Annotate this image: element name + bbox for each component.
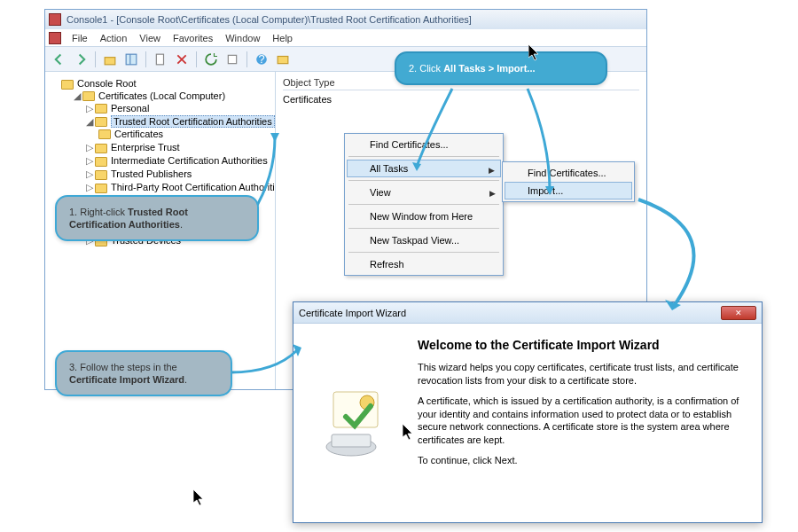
- menubar: File Action View Favorites Window Help: [45, 29, 646, 47]
- menu-view[interactable]: View: [134, 31, 166, 45]
- callout-step2: 2. Click All Tasks > Import...: [395, 51, 607, 85]
- menu-window[interactable]: Window: [220, 31, 265, 45]
- folder-icon: [95, 170, 107, 180]
- ctx-new-window[interactable]: New Window from Here: [347, 207, 501, 225]
- window-title: Console1 - [Console Root\Certificates (L…: [66, 14, 472, 25]
- submenu-arrow-icon: ▶: [489, 166, 495, 175]
- submenu-arrow-icon: ▶: [489, 189, 496, 198]
- cursor-icon: [193, 489, 206, 507]
- wizard-titlebar[interactable]: Certificate Import Wizard ✕: [293, 302, 762, 324]
- refresh-icon[interactable]: [202, 51, 220, 68]
- folder-icon: [95, 104, 107, 113]
- list-item[interactable]: Certificates: [283, 94, 639, 105]
- tree-trca-certs[interactable]: Certificates: [98, 128, 271, 141]
- wizard-p2: A certificate, which is issued by a cert…: [418, 395, 744, 447]
- tree-personal[interactable]: ▷Personal: [86, 102, 271, 115]
- folder-icon: [95, 117, 107, 127]
- tree-trca[interactable]: ◢Trusted Root Certification Authorities …: [86, 115, 271, 142]
- export-icon[interactable]: [223, 51, 241, 68]
- submenu: Find Certificates... Import...: [502, 161, 635, 202]
- separator: [348, 204, 499, 205]
- folder-icon: [82, 91, 95, 101]
- menu-file[interactable]: File: [66, 31, 93, 45]
- svg-text:?: ?: [258, 53, 264, 66]
- ctx-refresh[interactable]: Refresh: [347, 255, 501, 273]
- cut-icon[interactable]: [152, 51, 169, 68]
- wizard-graphic: [293, 324, 418, 522]
- tree-et[interactable]: ▷Enterprise Trust: [86, 141, 271, 154]
- wizard-heading: Welcome to the Certificate Import Wizard: [418, 338, 744, 352]
- svg-rect-1: [126, 54, 137, 65]
- show-hide-button[interactable]: [122, 51, 140, 68]
- menu-help[interactable]: Help: [267, 31, 298, 45]
- svg-rect-3: [156, 54, 163, 65]
- up-button[interactable]: [101, 51, 119, 68]
- cursor-icon: [403, 424, 415, 442]
- folder-icon: [61, 80, 74, 90]
- menu-action[interactable]: Action: [95, 31, 133, 45]
- tree-tprca[interactable]: ▷Third-Party Root Certification Authorit…: [86, 181, 271, 194]
- folder-icon: [95, 144, 107, 153]
- back-button[interactable]: [51, 51, 68, 68]
- folder-icon: [95, 157, 107, 167]
- delete-icon[interactable]: [173, 51, 191, 68]
- cursor-icon: [528, 44, 541, 62]
- wizard-p3: To continue, click Next.: [418, 454, 744, 467]
- options-icon[interactable]: [274, 51, 292, 68]
- svg-rect-11: [332, 434, 371, 447]
- separator: [348, 156, 499, 157]
- svg-rect-4: [228, 55, 236, 63]
- svg-rect-0: [105, 57, 115, 64]
- wizard-dialog: Certificate Import Wizard ✕ Welcome to t…: [293, 301, 763, 523]
- folder-icon: [95, 184, 107, 193]
- system-menu-icon[interactable]: [49, 32, 61, 44]
- close-button[interactable]: ✕: [721, 306, 756, 320]
- separator: [348, 228, 499, 229]
- callout-step3: 3. Follow the steps in the Certificate I…: [55, 350, 232, 396]
- folder-icon: [98, 129, 111, 139]
- help-icon[interactable]: ?: [253, 51, 270, 68]
- ctx-all-tasks[interactable]: All Tasks▶: [347, 160, 501, 177]
- sub-import[interactable]: Import...: [505, 182, 632, 200]
- callout-step1: 1. Right-click Trusted Root Certificatio…: [55, 195, 259, 241]
- ctx-find[interactable]: Find Certificates...: [347, 136, 501, 153]
- titlebar[interactable]: Console1 - [Console Root\Certificates (L…: [45, 10, 646, 29]
- context-menu: Find Certificates... All Tasks▶ View▶ Ne…: [344, 133, 504, 276]
- separator: [348, 252, 499, 253]
- app-icon: [49, 13, 61, 26]
- ctx-new-taskpad[interactable]: New Taskpad View...: [347, 231, 501, 249]
- wizard-title: Certificate Import Wizard: [299, 308, 406, 318]
- forward-button[interactable]: [72, 51, 90, 68]
- svg-rect-7: [278, 56, 288, 63]
- tree-tp[interactable]: ▷Trusted Publishers: [86, 168, 271, 181]
- tree-ica[interactable]: ▷Intermediate Certification Authorities: [86, 154, 271, 168]
- menu-favorites[interactable]: Favorites: [168, 31, 218, 45]
- sub-find[interactable]: Find Certificates...: [505, 164, 632, 182]
- separator: [348, 180, 499, 181]
- ctx-view[interactable]: View▶: [347, 184, 501, 201]
- wizard-p1: This wizard helps you copy certificates,…: [418, 361, 744, 387]
